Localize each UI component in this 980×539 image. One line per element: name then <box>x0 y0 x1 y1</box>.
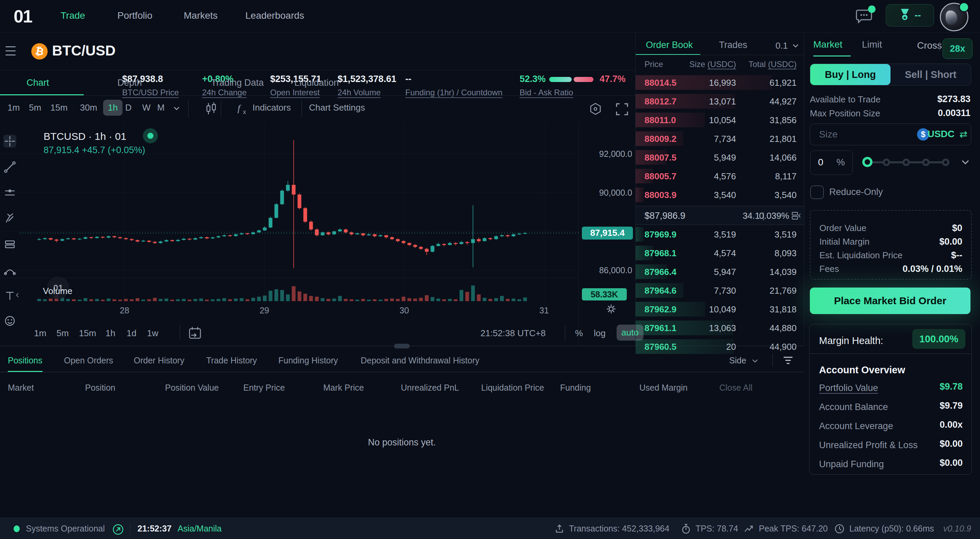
object-tree-icon[interactable] <box>588 102 603 117</box>
column-close-all[interactable]: Close All <box>719 383 752 393</box>
tab-positions[interactable]: Positions <box>8 356 42 366</box>
price-chart[interactable]: 01 BTCUSD · 1h · 01 87,915.4 +45.7 (+0.0… <box>0 122 635 346</box>
sell-short-button[interactable]: Sell | Short <box>891 64 971 85</box>
tab-trading-data[interactable]: Trading Data <box>211 78 264 88</box>
nav-item-leaderboards[interactable]: Leaderboards <box>245 10 304 21</box>
text-icon[interactable] <box>3 289 16 302</box>
tab-chart[interactable]: Chart <box>27 78 49 88</box>
timeframe-1m[interactable]: 1m <box>8 102 20 113</box>
nav-item-trade[interactable]: Trade <box>60 10 85 21</box>
timeframe-5m[interactable]: 5m <box>29 102 41 113</box>
account-row-label[interactable]: Portfolio Value <box>819 383 878 393</box>
range-15m[interactable]: 15m <box>79 328 96 339</box>
tab-trade-history[interactable]: Trade History <box>206 356 257 366</box>
slider-expand-chevron-icon[interactable] <box>960 159 970 166</box>
live-indicator[interactable] <box>143 128 158 143</box>
scale-log[interactable]: log <box>594 328 606 339</box>
tab-funding-history[interactable]: Funding History <box>278 356 338 366</box>
percent-input[interactable]: 0 % <box>810 150 853 175</box>
status-link-icon[interactable] <box>112 524 124 535</box>
status-timezone[interactable]: Asia/Manila <box>178 524 221 534</box>
tab-open-orders[interactable]: Open Orders <box>64 356 113 366</box>
reduce-only-checkbox[interactable] <box>810 186 824 199</box>
slider-stop-100[interactable] <box>942 159 950 166</box>
account-row-value: $9.79 <box>940 401 963 411</box>
tab-order-book[interactable]: Order Book <box>646 40 693 50</box>
slider-stop-75[interactable] <box>922 159 930 166</box>
bid-row[interactable]: 87968.14,5748,093 <box>636 244 804 262</box>
timeframe-m[interactable]: M <box>157 102 165 113</box>
position-tool-icon[interactable] <box>3 237 16 250</box>
bid-row[interactable]: 87966.45,94714,039 <box>636 262 804 281</box>
nav-item-portfolio[interactable]: Portfolio <box>118 10 153 21</box>
tab-trades[interactable]: Trades <box>719 40 747 50</box>
place-order-button[interactable]: Place Market Bid Order <box>810 288 970 314</box>
tab-depth[interactable]: Depth <box>118 78 142 88</box>
fullscreen-icon[interactable] <box>614 102 630 117</box>
range-1w[interactable]: 1w <box>147 328 158 339</box>
chart-clock[interactable]: 21:52:38 UTC+8 <box>480 328 546 339</box>
pitchfork-icon[interactable] <box>3 211 16 224</box>
tab-liquidation[interactable]: Liquidation <box>294 78 339 88</box>
timeframe-w[interactable]: W <box>142 102 151 113</box>
axis-settings-gear-icon[interactable] <box>605 303 617 315</box>
size-input[interactable]: Size $ USDC ⇄ <box>810 124 971 145</box>
tab-deposit-and-withdrawal-history[interactable]: Deposit and Withdrawal History <box>361 356 479 366</box>
horizontal-line-icon[interactable] <box>3 186 16 199</box>
crosshair-icon[interactable] <box>3 135 16 148</box>
slider-stop-50[interactable] <box>902 159 910 166</box>
ask-row[interactable]: 88003.93,5403,540 <box>636 186 804 204</box>
range-1m[interactable]: 1m <box>34 328 46 339</box>
ask-row[interactable]: 88014.516,99361,921 <box>636 73 804 92</box>
timeframe-15m[interactable]: 15m <box>50 102 68 113</box>
timeframe-d[interactable]: D <box>125 102 132 113</box>
nav-item-markets[interactable]: Markets <box>184 10 218 21</box>
tab-order-history[interactable]: Order History <box>134 356 185 366</box>
ask-row[interactable]: 88009.27,73421,801 <box>636 129 804 148</box>
rewards-wallet-button[interactable]: ★ -- <box>886 4 934 27</box>
order-book-mid-row[interactable]: $87,986.9 34.1 | 0.039% <box>636 206 804 225</box>
timeframe-1h[interactable]: 1h <box>103 100 123 116</box>
leverage-button[interactable]: 28x <box>943 38 972 59</box>
arc-icon[interactable] <box>3 264 16 277</box>
app-logo[interactable]: 01 <box>14 6 32 27</box>
timeframe-chevron-icon[interactable] <box>172 105 181 112</box>
timeframe-30m[interactable]: 30m <box>80 102 97 113</box>
side-filter-dropdown[interactable]: Side <box>729 356 759 366</box>
pair-title[interactable]: BTC/USD <box>52 43 116 59</box>
candle-style-icon[interactable] <box>204 102 218 116</box>
ask-row[interactable]: 88007.55,94914,066 <box>636 148 804 167</box>
latency-icon <box>834 524 845 534</box>
panel-resize-handle[interactable] <box>394 344 410 348</box>
size-slider[interactable] <box>863 161 947 163</box>
chat-icon[interactable] <box>856 8 874 24</box>
chart-settings-button[interactable]: Chart Settings <box>309 102 365 113</box>
bid-row[interactable]: 87969.93,5193,519 <box>636 225 804 244</box>
ask-row[interactable]: 88011.010,05431,856 <box>636 111 804 129</box>
trend-line-icon[interactable] <box>3 161 16 173</box>
slider-stop-0[interactable] <box>862 157 872 167</box>
indicators-fx-icon[interactable]: f x <box>235 102 250 116</box>
bid-row[interactable]: 87961.113,06344,880 <box>636 318 804 337</box>
chat-notification-dot <box>868 5 875 13</box>
go-to-date-icon[interactable] <box>188 326 202 340</box>
collapse-rail-icon[interactable]: ‹ <box>16 289 19 300</box>
indicators-button[interactable]: Indicators <box>253 102 291 113</box>
account-row-label: Unpaid Funding <box>819 459 884 470</box>
buy-long-button[interactable]: Buy | Long <box>810 64 891 85</box>
tab-market-order[interactable]: Market <box>813 39 843 50</box>
bid-row[interactable]: 87962.910,04931,818 <box>636 300 804 318</box>
scale-pct[interactable]: % <box>575 328 583 339</box>
book-layout-icon[interactable] <box>791 211 801 220</box>
tab-limit-order[interactable]: Limit <box>862 39 882 50</box>
range-5m[interactable]: 5m <box>56 328 69 339</box>
bid-row[interactable]: 87964.67,73021,769 <box>636 281 804 300</box>
ask-row[interactable]: 88005.74,5768,117 <box>636 167 804 186</box>
currency-swap-icon[interactable]: ⇄ <box>959 129 967 140</box>
slider-stop-25[interactable] <box>883 159 890 166</box>
range-1h[interactable]: 1h <box>105 328 115 339</box>
filter-icon[interactable] <box>782 356 794 365</box>
grouping-dropdown[interactable]: 0.1 <box>775 40 800 51</box>
ask-row[interactable]: 88012.713,07144,927 <box>636 92 804 111</box>
range-1d[interactable]: 1d <box>127 328 137 339</box>
